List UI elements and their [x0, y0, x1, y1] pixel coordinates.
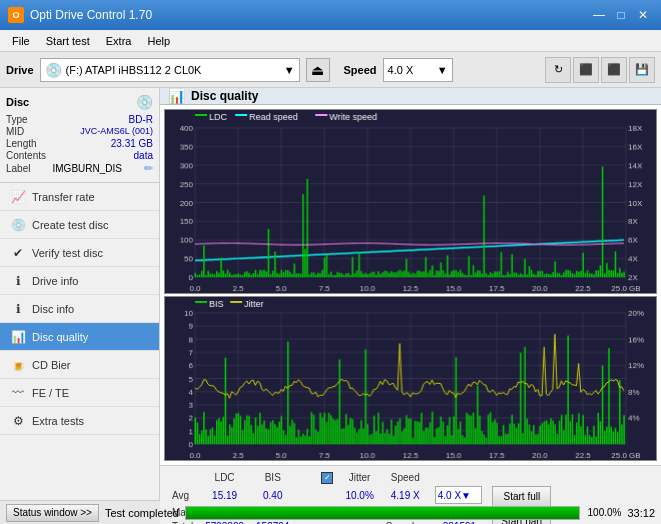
- nav-label-verify-test-disc: Verify test disc: [32, 247, 103, 259]
- contents-value: data: [134, 150, 153, 161]
- disc-info-icon: ℹ: [10, 301, 26, 317]
- avg-jitter: 10.0%: [339, 485, 379, 506]
- menu-help[interactable]: Help: [139, 33, 178, 49]
- total-label: Total: [166, 520, 199, 524]
- app-icon: O: [8, 7, 24, 23]
- length-value: 23.31 GB: [111, 138, 153, 149]
- toolbar-icons: ↻ ⬛ ⬛ 💾: [545, 57, 655, 83]
- dq-icon: 📊: [168, 88, 185, 104]
- speed-select-value: 4.0 X: [438, 490, 461, 501]
- charts-area: [160, 105, 661, 465]
- nav-fe-te[interactable]: 〰 FE / TE: [0, 379, 159, 407]
- length-label: Length: [6, 138, 37, 149]
- main-layout: Disc 💿 Type BD-R MID JVC-AMS6L (001) Len…: [0, 88, 661, 500]
- disc-section: Disc 💿 Type BD-R MID JVC-AMS6L (001) Len…: [0, 88, 159, 183]
- samples-label: Samples: [380, 520, 431, 524]
- contents-label: Contents: [6, 150, 46, 161]
- nav-drive-info[interactable]: ℹ Drive info: [0, 267, 159, 295]
- refresh-button[interactable]: ↻: [545, 57, 571, 83]
- content-area: 📊 Disc quality LDC: [160, 88, 661, 500]
- disc-title: Disc: [6, 96, 29, 108]
- avg-bis: 0.40: [250, 485, 295, 506]
- drive-dropdown-arrow: ▼: [284, 64, 295, 76]
- progress-bar: [185, 506, 581, 520]
- cd-bier-icon: 🍺: [10, 357, 26, 373]
- label-value: IMGBURN_DIS: [53, 163, 122, 174]
- disc-quality-icon: 📊: [10, 329, 26, 345]
- verify-test-disc-icon: ✔: [10, 245, 26, 261]
- close-button[interactable]: ✕: [633, 5, 653, 25]
- title-bar: O Opti Drive Control 1.70 — □ ✕: [0, 0, 661, 30]
- nav-label-extra-tests: Extra tests: [32, 415, 84, 427]
- nav-label-disc-info: Disc info: [32, 303, 74, 315]
- label-label: Label: [6, 163, 30, 174]
- drive-label: Drive: [6, 64, 34, 76]
- sidebar-nav: 📈 Transfer rate 💿 Create test disc ✔ Ver…: [0, 183, 159, 500]
- speed-select-arrow: ▼: [461, 490, 471, 501]
- bis-header: BIS: [250, 470, 295, 485]
- ldc-chart: [164, 109, 657, 294]
- menu-file[interactable]: File: [4, 33, 38, 49]
- nav-extra-tests[interactable]: ⚙ Extra tests: [0, 407, 159, 435]
- drive-info-icon: ℹ: [10, 273, 26, 289]
- nav-label-transfer-rate: Transfer rate: [32, 191, 95, 203]
- save-button[interactable]: 💾: [629, 57, 655, 83]
- scan-button[interactable]: ⬛: [573, 57, 599, 83]
- samples-value: 381591: [431, 520, 489, 524]
- nav-verify-test-disc[interactable]: ✔ Verify test disc: [0, 239, 159, 267]
- window-controls: — □ ✕: [589, 5, 653, 25]
- drive-dropdown[interactable]: 💿 (F:) ATAPI iHBS112 2 CL0K ▼: [40, 58, 300, 82]
- dq-title: Disc quality: [191, 89, 258, 103]
- mid-value: JVC-AMS6L (001): [80, 126, 153, 137]
- jitter-header: Jitter: [339, 470, 379, 485]
- nav-disc-info[interactable]: ℹ Disc info: [0, 295, 159, 323]
- fe-te-icon: 〰: [10, 385, 26, 401]
- nav-label-drive-info: Drive info: [32, 275, 78, 287]
- app-title: Opti Drive Control 1.70: [30, 8, 152, 22]
- nav-cd-bier[interactable]: 🍺 CD Bier: [0, 351, 159, 379]
- mid-label: MID: [6, 126, 24, 137]
- maximize-button[interactable]: □: [611, 5, 631, 25]
- avg-label: Avg: [166, 485, 199, 506]
- menu-extra[interactable]: Extra: [98, 33, 140, 49]
- progress-percentage: 100.0%: [586, 507, 621, 518]
- speed-dropdown[interactable]: 4.0 X ▼: [383, 58, 453, 82]
- total-bis: 152794: [250, 520, 295, 524]
- status-window-button[interactable]: Status window >>: [6, 504, 99, 522]
- disc-icon: 💿: [136, 94, 153, 110]
- nav-create-test-disc[interactable]: 💿 Create test disc: [0, 211, 159, 239]
- avg-ldc: 15.19: [199, 485, 250, 506]
- type-value: BD-R: [129, 114, 153, 125]
- speed-label: Speed: [344, 64, 377, 76]
- disc-quality-header: 📊 Disc quality: [160, 88, 661, 105]
- nav-label-create-test-disc: Create test disc: [32, 219, 108, 231]
- settings-button[interactable]: ⬛: [601, 57, 627, 83]
- drive-bar: Drive 💿 (F:) ATAPI iHBS112 2 CL0K ▼ ⏏ Sp…: [0, 52, 661, 88]
- speed-stat-header: Speed: [380, 470, 431, 485]
- sidebar: Disc 💿 Type BD-R MID JVC-AMS6L (001) Len…: [0, 88, 160, 500]
- status-text: Test completed: [105, 507, 179, 519]
- nav-label-disc-quality: Disc quality: [32, 331, 88, 343]
- transfer-rate-icon: 📈: [10, 189, 26, 205]
- nav-transfer-rate[interactable]: 📈 Transfer rate: [0, 183, 159, 211]
- speed-select-dropdown[interactable]: 4.0 X ▼: [435, 486, 483, 504]
- start-full-button[interactable]: Start full: [492, 486, 551, 508]
- jitter-checkbox[interactable]: ✓: [315, 470, 339, 485]
- nav-label-cd-bier: CD Bier: [32, 359, 71, 371]
- eject-button[interactable]: ⏏: [306, 58, 330, 82]
- speed-value: 4.0 X: [388, 64, 433, 76]
- menu-bar: File Start test Extra Help: [0, 30, 661, 52]
- total-ldc: 5798809: [199, 520, 250, 524]
- minimize-button[interactable]: —: [589, 5, 609, 25]
- elapsed-time: 33:12: [627, 507, 655, 519]
- progress-bar-fill: [186, 507, 580, 519]
- extra-tests-icon: ⚙: [10, 413, 26, 429]
- label-edit-icon[interactable]: ✏: [144, 162, 153, 175]
- type-label: Type: [6, 114, 28, 125]
- nav-label-fe-te: FE / TE: [32, 387, 69, 399]
- create-test-disc-icon: 💿: [10, 217, 26, 233]
- nav-disc-quality[interactable]: 📊 Disc quality: [0, 323, 159, 351]
- speed-dropdown-arrow: ▼: [437, 64, 448, 76]
- menu-start-test[interactable]: Start test: [38, 33, 98, 49]
- drive-value: (F:) ATAPI iHBS112 2 CL0K: [66, 64, 280, 76]
